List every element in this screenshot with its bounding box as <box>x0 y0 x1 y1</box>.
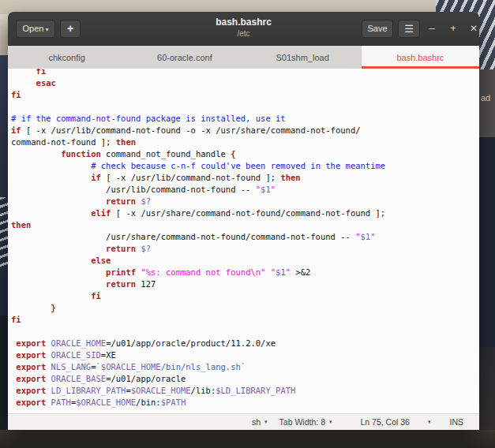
cursor-position-label: Ln 75, Col 36 <box>361 417 410 427</box>
tab-bar: chkconfig60-oracle.confS01shm_loadbash.b… <box>8 46 479 69</box>
code-line: export ORACLE_BASE=/u01/app/oracle <box>11 373 479 385</box>
close-button[interactable]: ✕ <box>467 21 481 35</box>
code-line: } <box>11 302 479 314</box>
code-content: fi esacfi# if the command-not-found pack… <box>8 69 479 409</box>
desktop: ad Open▾ + bash.bashrc /etc Save ☰ – <box>0 0 495 448</box>
plus-icon: + <box>67 22 73 35</box>
chevron-down-icon: ▾ <box>45 26 48 33</box>
tab-label: chkconfig <box>48 53 84 62</box>
code-line: else <box>11 255 479 267</box>
code-line: export ORACLE_SID=XE <box>11 349 479 361</box>
titlebar: Open▾ + bash.bashrc /etc Save ☰ – + ✕ <box>8 12 479 46</box>
language-selector[interactable]: sh ▾ <box>252 417 268 427</box>
cursor-position[interactable]: Ln 75, Col 36 <box>361 417 410 427</box>
tab-label: S01shm_load <box>276 53 328 62</box>
maximize-button[interactable]: + <box>446 21 460 35</box>
code-line: /usr/share/command-not-found/command-not… <box>11 231 479 243</box>
chevron-down-icon: ▾ <box>264 419 268 425</box>
language-label: sh <box>252 417 261 427</box>
text-editing-area[interactable]: fi esacfi# if the command-not-found pack… <box>8 69 479 413</box>
code-line <box>11 101 479 113</box>
open-button-label: Open <box>23 24 44 33</box>
tab-label: 60-oracle.conf <box>157 53 212 62</box>
tab-width-label: Tab Width: 8 <box>279 417 325 427</box>
code-line: return 127 <box>11 278 479 290</box>
chevron-down-icon: ▾ <box>428 419 431 425</box>
goto-line-caret[interactable]: ▾ <box>424 419 431 425</box>
new-document-button[interactable]: + <box>60 20 81 38</box>
background-window-fragment: ad <box>479 69 495 137</box>
code-line: export PATH=$ORACLE_HOME/bin:$PATH <box>11 397 479 409</box>
tab-label: bash.bashrc <box>396 53 444 62</box>
save-button-label: Save <box>367 24 387 33</box>
code-line: if [ -x /usr/lib/command-not-found -o -x… <box>11 125 479 136</box>
code-line: /usr/lib/command-not-found -- "$1" <box>11 184 479 196</box>
code-line: fi <box>11 290 479 302</box>
close-icon: ✕ <box>470 23 478 34</box>
code-line: export LD_LIBRARY_PATH=$ORACLE_HOME/lib:… <box>11 385 479 397</box>
tab-chkconfig[interactable]: chkconfig <box>8 46 126 69</box>
code-line <box>11 326 479 338</box>
code-line: # check because c-n-f could've been remo… <box>11 160 479 172</box>
code-line: export NLS_LANG=`$ORACLE_HOME/bin/nls_la… <box>11 361 479 373</box>
minimize-button[interactable]: – <box>425 21 439 35</box>
code-line: esac <box>11 77 479 89</box>
code-line: return $? <box>11 243 479 255</box>
chevron-down-icon: ▾ <box>329 419 332 425</box>
desktop-ground <box>0 430 495 448</box>
code-line: export ORACLE_HOME=/u01/app/oracle/produ… <box>11 338 479 349</box>
code-line: if [ -x /usr/lib/command-not-found ]; th… <box>11 172 479 184</box>
tab-bash.bashrc[interactable]: bash.bashrc <box>362 46 479 69</box>
menu-button[interactable]: ☰ <box>398 20 420 38</box>
code-line: return $? <box>11 196 479 207</box>
hamburger-icon: ☰ <box>404 23 414 35</box>
code-line: fi <box>11 89 479 101</box>
open-button[interactable]: Open▾ <box>16 20 55 38</box>
code-line: # if the command-not-found package is in… <box>11 113 479 125</box>
code-line: fi <box>11 314 479 326</box>
insert-mode-label: INS <box>449 417 463 427</box>
tab-60-oracle.conf[interactable]: 60-oracle.conf <box>126 46 243 69</box>
status-bar: sh ▾ Tab Width: 8 ▾ Ln 75, Col 36 ▾ INS <box>8 413 479 430</box>
code-line: then <box>11 219 479 231</box>
code-line: elif [ -x /usr/share/command-not-found/c… <box>11 207 479 219</box>
editor-window: Open▾ + bash.bashrc /etc Save ☰ – + ✕ <box>8 12 479 430</box>
insert-mode-indicator: INS <box>449 417 463 427</box>
maximize-icon: + <box>450 22 456 34</box>
code-line: command-not-found ]; then <box>11 136 479 148</box>
background-window-label: ad <box>481 93 490 103</box>
code-line: function command_not_found_handle { <box>11 148 479 160</box>
minimize-icon: – <box>429 22 434 34</box>
save-button[interactable]: Save <box>362 20 393 38</box>
tab-width-selector[interactable]: Tab Width: 8 ▾ <box>279 417 332 427</box>
tab-S01shm_load[interactable]: S01shm_load <box>244 46 362 69</box>
code-line: printf "%s: command not found\n" "$1" >&… <box>11 267 479 278</box>
code-line: fi <box>11 69 479 77</box>
